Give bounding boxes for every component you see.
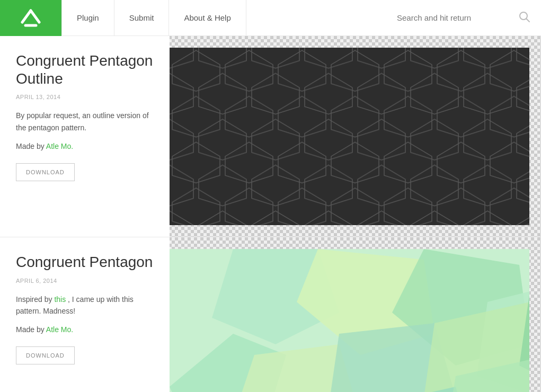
desc-link-2[interactable]: this [54,295,66,304]
main-nav: Plugin Submit About & Help [61,0,246,35]
download-button-2[interactable]: Download [16,346,75,364]
author-link-1[interactable]: Atle Mo. [46,142,73,150]
main-content: Congruent Pentagon Outline April 13, 201… [0,36,541,392]
green-pentagon-image [170,249,529,392]
pattern-made-by-1: Made by Atle Mo. [16,142,154,150]
svg-rect-10 [170,48,529,225]
header: Plugin Submit About & Help [0,0,541,36]
dark-pentagon-image [170,48,529,225]
made-by-label-2: Made by [16,325,45,334]
author-link-2[interactable]: Atle Mo. [46,325,73,334]
pattern-date-1: April 13, 2014 [16,94,154,100]
pattern-date-2: April 6, 2014 [16,278,154,284]
pattern-info-1: Congruent Pentagon Outline April 13, 201… [0,36,170,237]
svg-rect-0 [18,5,43,31]
pattern-preview-1 [170,48,529,225]
pattern-info-2: Congruent Pentagon April 6, 2014 Inspire… [0,237,170,392]
pattern-section-2: Congruent Pentagon April 6, 2014 Inspire… [0,237,541,392]
search-icon [519,11,530,25]
search-container [397,11,541,25]
pattern-desc-2: Inspired by this , I came up with this p… [16,293,154,317]
pattern-title-2: Congruent Pentagon [16,253,154,271]
made-by-label-1: Made by [16,142,45,150]
pattern-section-1: Congruent Pentagon Outline April 13, 201… [0,36,541,237]
pattern-title-1: Congruent Pentagon Outline [16,52,154,87]
logo[interactable] [0,0,61,36]
svg-line-5 [527,19,530,22]
nav-submit[interactable]: Submit [114,0,170,35]
nav-plugin[interactable]: Plugin [61,0,114,35]
desc-prefix-2: Inspired by [16,295,52,304]
pattern-desc-1: By popular request, an outline version o… [16,110,154,133]
nav-about[interactable]: About & Help [169,0,246,35]
search-input[interactable] [397,13,513,22]
pattern-preview-2 [170,249,529,392]
pattern-made-by-2: Made by Atle Mo. [16,325,154,334]
download-button-1[interactable]: Download [16,163,75,181]
